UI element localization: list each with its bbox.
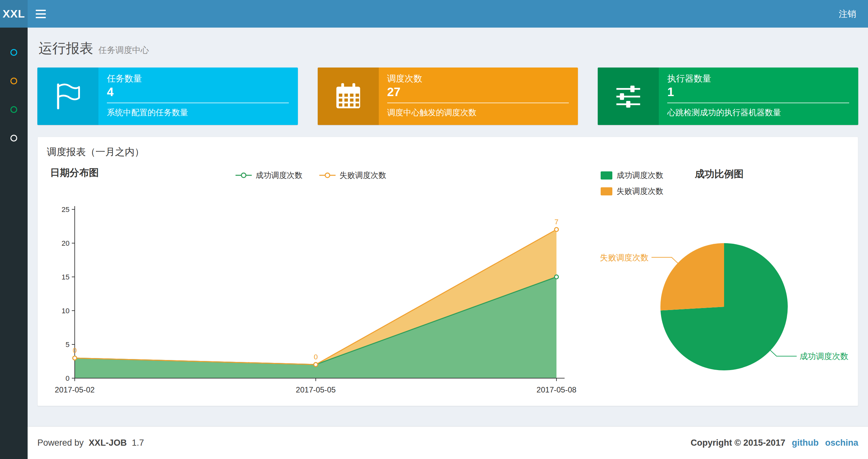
svg-text:5: 5 xyxy=(66,340,69,349)
powered-by: Powered by XXL-JOB 1.7 xyxy=(37,438,147,448)
divider xyxy=(107,103,289,103)
info-box-title: 执行器数量 xyxy=(667,73,849,84)
pie-slice[interactable] xyxy=(660,243,724,310)
info-box-title: 任务数量 xyxy=(107,73,289,84)
circle-icon xyxy=(10,77,17,85)
product-version: 1.7 xyxy=(132,438,144,448)
legend-swatch-icon xyxy=(601,171,612,179)
data-point[interactable] xyxy=(555,275,558,279)
content-header: 运行报表任务调度中心 xyxy=(37,28,858,67)
sidebar-menu-item-4[interactable] xyxy=(0,124,28,152)
divider xyxy=(667,103,849,103)
sidebar-toggle-button[interactable] xyxy=(28,0,54,28)
info-box-value: 1 xyxy=(667,85,849,99)
powered-prefix: Powered by xyxy=(37,438,84,448)
svg-text:0: 0 xyxy=(66,374,69,383)
data-point[interactable] xyxy=(314,363,318,366)
svg-text:0: 0 xyxy=(314,353,318,361)
top-navbar: XXL 注销 xyxy=(0,0,868,28)
oschina-link[interactable]: oschina xyxy=(825,438,858,448)
circle-icon xyxy=(10,106,17,113)
info-box-icon-area xyxy=(598,67,659,125)
page-title-text: 运行报表 xyxy=(39,40,93,56)
svg-text:10: 10 xyxy=(62,307,69,315)
legend-swatch-icon xyxy=(601,187,612,195)
copyright-text: Copyright © 2015-2017 xyxy=(691,438,785,448)
pie-label-line xyxy=(652,257,678,264)
flag-icon xyxy=(54,83,82,110)
svg-text:7: 7 xyxy=(555,218,558,226)
pie-slice-label: 失败调度次数 xyxy=(600,253,649,262)
info-box-jobs: 任务数量 4 系统中配置的任务数量 xyxy=(37,67,298,125)
sidebar-menu-item-3[interactable] xyxy=(0,95,28,124)
app-logo[interactable]: XXL xyxy=(0,0,28,28)
hamburger-icon xyxy=(36,13,46,14)
svg-text:15: 15 xyxy=(62,273,69,281)
info-box-row: 任务数量 4 系统中配置的任务数量 xyxy=(37,67,858,125)
page-footer: Powered by XXL-JOB 1.7 Copyright © 2015-… xyxy=(28,426,868,459)
svg-text:0: 0 xyxy=(73,347,77,355)
info-box-triggers: 调度次数 27 调度中心触发的调度次数 xyxy=(318,67,578,125)
panel-title: 调度报表（一月之内） xyxy=(47,145,144,159)
legend-label: 失败调度次数 xyxy=(617,186,663,196)
pie-legend-item-fail[interactable]: 失败调度次数 xyxy=(601,186,663,196)
pie-label-line xyxy=(770,350,797,356)
copyright-area: Copyright © 2015-2017 github oschina xyxy=(691,438,858,448)
info-box-content: 执行器数量 1 心跳检测成功的执行器机器数量 xyxy=(659,67,858,125)
info-box-description: 系统中配置的任务数量 xyxy=(107,107,289,118)
product-name: XXL-JOB xyxy=(89,438,127,448)
data-point[interactable] xyxy=(73,356,77,360)
info-box-title: 调度次数 xyxy=(387,73,569,84)
sliders-icon xyxy=(614,83,642,110)
info-box-value: 27 xyxy=(387,85,569,99)
main-content: 运行报表任务调度中心 任务数量 4 系统中配置的任务数量 xyxy=(28,28,868,459)
success-ratio-pie-chart: 成功调度次数失败调度次数 xyxy=(590,221,859,403)
hamburger-icon xyxy=(36,17,46,18)
pie-chart-legend: 成功调度次数 失败调度次数 xyxy=(601,170,663,196)
pie-chart-title: 成功比例图 xyxy=(695,167,744,181)
logout-link[interactable]: 注销 xyxy=(827,0,868,28)
sidebar-menu-item-1[interactable] xyxy=(0,38,28,67)
data-point[interactable] xyxy=(555,228,558,231)
info-box-content: 调度次数 27 调度中心触发的调度次数 xyxy=(379,67,578,125)
page-title: 运行报表任务调度中心 xyxy=(39,40,857,58)
pie-legend-item-success[interactable]: 成功调度次数 xyxy=(601,170,663,181)
github-link[interactable]: github xyxy=(792,438,818,448)
divider xyxy=(387,103,569,103)
page-subtitle: 任务调度中心 xyxy=(98,45,149,55)
sidebar xyxy=(0,28,28,459)
info-box-description: 心跳检测成功的执行器机器数量 xyxy=(667,107,849,118)
sidebar-menu-item-2[interactable] xyxy=(0,67,28,95)
svg-text:20: 20 xyxy=(62,239,69,248)
circle-icon xyxy=(10,49,17,56)
legend-label: 成功调度次数 xyxy=(617,170,663,181)
info-box-icon-area xyxy=(318,67,379,125)
svg-text:2017-05-02: 2017-05-02 xyxy=(55,385,95,394)
circle-icon xyxy=(10,135,17,141)
svg-text:2017-05-05: 2017-05-05 xyxy=(296,385,336,394)
info-box-content: 任务数量 4 系统中配置的任务数量 xyxy=(98,67,298,125)
svg-text:2017-05-08: 2017-05-08 xyxy=(537,385,577,394)
dispatch-report-panel: 调度报表（一月之内） 日期分布图 成功调度次数 失败调度次数 xyxy=(37,137,858,406)
pie-slice-label: 成功调度次数 xyxy=(800,352,848,361)
calendar-icon xyxy=(334,83,362,110)
hamburger-icon xyxy=(36,10,46,11)
info-box-executors: 执行器数量 1 心跳检测成功的执行器机器数量 xyxy=(598,67,858,125)
svg-text:25: 25 xyxy=(62,205,69,214)
info-box-icon-area xyxy=(37,67,98,125)
info-box-value: 4 xyxy=(107,85,289,99)
info-box-description: 调度中心触发的调度次数 xyxy=(387,107,569,118)
date-distribution-area-chart: 05101520252017-05-022017-05-052017-05-08… xyxy=(38,176,622,403)
